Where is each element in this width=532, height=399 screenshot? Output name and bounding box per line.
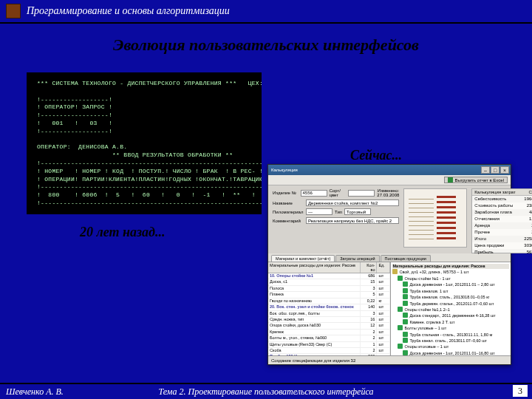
summary-row: Итого22581,22 [472, 236, 532, 242]
comment-label: Комментарий [273, 219, 304, 223]
table-row[interactable]: Бок. обш. сорт.лев., болты3шт [268, 311, 390, 317]
grade-label: Сорт/цвет [330, 188, 347, 197]
grid-header-unit: Ед. [377, 262, 390, 273]
tree-node[interactable]: Доска древесная - 1шт, 2012011.01 – 2,80… [392, 282, 509, 287]
tree-node[interactable]: Каменн. стрелка 2 Т. шт [392, 319, 509, 325]
materials-grid[interactable]: Материальные расходы для изделия: Рассев… [268, 262, 391, 355]
excel-icon [448, 177, 453, 183]
summary-row: Заработная плата480,00 [472, 209, 532, 216]
form-fields: Изделие № 4556 Сорт/цвет Изменено: 27.03… [273, 188, 399, 253]
type-label: Тип [335, 210, 342, 214]
assortment-field[interactable]: 4556 [301, 190, 327, 197]
summary-row: Аренда27,72 [472, 222, 532, 229]
tree-node[interactable]: Доска древесная - 1шт, 2012011.01–16,80 … [392, 350, 509, 355]
cost-summary-panel: Калькуляция затратСуммаСебестоимость1964… [471, 188, 532, 253]
slide-header: Программирование и основы алгоритмизации [0, 0, 532, 24]
grid-header-qty: Кол-во [361, 262, 377, 273]
table-row[interactable]: 20. Бок. стен. узел и стойки боков. стен… [268, 304, 390, 310]
modern-app-screenshot: Калькуляция – □ × Выгрузить отчет в Exce… [267, 164, 511, 365]
footer-page-number: 3 [513, 385, 528, 397]
tree-node[interactable]: Труба канал. сталь., 2013011.07–0,60 шт [392, 338, 509, 344]
comment-field[interactable]: Реализация напрямую без НДС, прайс 2 [306, 217, 399, 224]
drawing-preview [403, 188, 467, 248]
summary-row: Стоимость работы2382,47 [472, 202, 532, 209]
caption-new: Сейчас... [350, 148, 402, 163]
table-row[interactable]: Полоса3шт [268, 286, 390, 292]
tree-node[interactable]: Свой, дл1 +32, длина , М5753 – 1 шт [392, 269, 509, 275]
export-excel-button[interactable]: Выгрузить отчет в Excel [444, 177, 508, 183]
close-icon[interactable]: × [500, 166, 509, 174]
grid-header-name: Материальные расходы для изделия: Рассев [268, 262, 361, 273]
tree-node[interactable]: Опоры стойки №1 - 1 шт [392, 276, 509, 282]
maximize-icon[interactable]: □ [491, 166, 499, 174]
tree-node[interactable]: Болты узловые – 1 шт [392, 325, 509, 331]
tree-node[interactable]: Труба стальная - сталь., 2013011.11, 1,8… [392, 332, 509, 338]
summary-row: Отчисления112,22 [472, 216, 532, 222]
caption-old: 20 лет назад... [80, 225, 165, 240]
tree-node[interactable]: Труба каналов. 1 шт [392, 288, 509, 294]
form-area: Изделие № 4556 Сорт/цвет Изменено: 27.03… [268, 185, 511, 253]
summary-row: Себестоимость19648,84 [472, 196, 532, 202]
table-row[interactable]: 10. Опоры стойки №1686шт [268, 273, 390, 279]
tab[interactable]: Затраты операций [335, 255, 379, 262]
table-row[interactable]: Скоба2шт [268, 348, 390, 354]
export-label: Выгрузить отчет в Excel [454, 178, 504, 183]
slide-footer: Шевченко А. В. Тема 2. Проектирование по… [0, 383, 532, 399]
structure-tree[interactable]: Материальные расходы для изделия: Рассев… [391, 262, 511, 355]
legacy-terminal-screenshot: *** СИСТЕМА ТЕХНОЛОГО - ДИСПЕТЧЕРСКОГО У… [27, 72, 262, 214]
slide-title: Эволюция пользовательских интерфейсов [0, 35, 532, 55]
name-field[interactable]: Деревянная стойка, комплект №2 [306, 200, 399, 206]
table-row[interactable]: Болты м., угол., стяжка, №0602шт [268, 335, 390, 341]
summary-row: Цена продажи30302,22 [472, 242, 532, 249]
tab[interactable]: Материал и комплект (отчёт) [271, 255, 335, 262]
changed-label: Изменено: 27.03.2008 [377, 188, 399, 197]
table-row[interactable]: Доска, с115шт [268, 279, 390, 285]
tree-node[interactable]: Труба каналов. сталь., 2013018.01–0,05 к… [392, 294, 509, 300]
lumber-field[interactable]: — [306, 208, 332, 215]
table-row[interactable]: Планка5шт [268, 292, 390, 298]
status-bar: Создание спецификации для изделия 32 [268, 355, 511, 364]
summary-row: Прибыль5676,84 [472, 249, 532, 256]
tree-node[interactable]: Труба деревян. стальн., 2012011.07–0,60 … [392, 301, 509, 307]
minimize-icon[interactable]: – [481, 166, 490, 174]
tree-node[interactable]: Доска стандарт., 2011 деревянная 4-16,28… [392, 313, 509, 318]
summary-row: Прочее26,35 [472, 229, 532, 236]
window-title: Калькуляция [271, 168, 298, 172]
course-logo-icon [6, 4, 21, 18]
assortment-label: Изделие № [273, 191, 299, 195]
lumber-label: Пиломатериал [273, 210, 304, 214]
tree-node[interactable]: Опоры стойки №1,1.2–1 [392, 307, 509, 313]
name-label: Название [273, 201, 304, 205]
table-row[interactable]: Крепеж2шт [268, 330, 390, 335]
table-row[interactable]: Подбор 120 Итого:500 [268, 354, 390, 355]
type-field[interactable]: Торговый [344, 208, 371, 215]
table-row[interactable]: Средн. ножка, тип16шт [268, 317, 390, 323]
table-row[interactable]: Опора стойки, доска №03012шт [268, 323, 390, 329]
grade-field[interactable] [348, 190, 375, 197]
slide: Программирование и основы алгоритмизации… [0, 0, 532, 399]
grid-header: Материальные расходы для изделия: Рассев… [268, 262, 390, 273]
footer-author: Шевченко А. В. [6, 386, 64, 398]
table-row[interactable]: Гвозди по назначению0,22кг [268, 299, 390, 304]
footer-topic: Тема 2. Проектирование пользовательского… [0, 386, 532, 398]
tree-header: Материальные расходы для изделия: Рассев [392, 264, 509, 269]
window-titlebar: Калькуляция – □ × [268, 165, 511, 175]
tab[interactable]: Поставщик продукции [381, 255, 431, 262]
toolbar: Выгрузить отчет в Excel [268, 175, 511, 185]
tree-node[interactable]: Опоры итоговые – 1 шт [392, 344, 509, 349]
course-name: Программирование и основы алгоритмизации [27, 5, 230, 17]
table-row[interactable]: Щиты узловые (Rem33) Свер (С)1шт [268, 342, 390, 348]
